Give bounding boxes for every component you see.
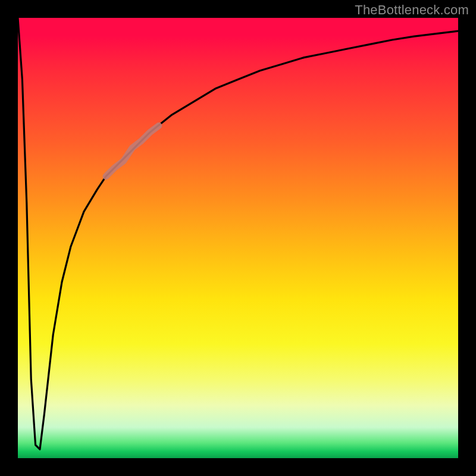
highlight-segment xyxy=(106,126,159,176)
chart-stage: TheBottleneck.com xyxy=(0,0,476,476)
plot-border-right xyxy=(458,0,476,476)
plot-border-bottom xyxy=(0,458,476,476)
bottleneck-curve xyxy=(18,18,458,449)
curve-layer xyxy=(18,18,458,458)
plot-border-left xyxy=(0,0,18,476)
watermark-text: TheBottleneck.com xyxy=(355,2,469,18)
